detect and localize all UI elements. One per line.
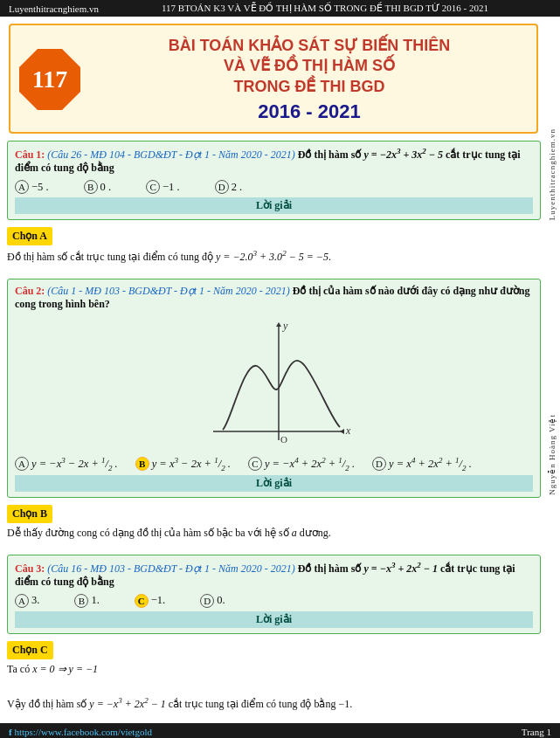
top-bar: Luyenthitracnghiem.vn 117 BTOÁN K3 VÀ VẼ…	[0, 0, 560, 17]
option-1C: C −1 .	[146, 180, 180, 194]
opt-val-2C: y = −x4 + 2x2 + 1/2 .	[265, 456, 355, 472]
solution-block-3: Chọn C Ta có x = 0 ⇒ y = −1 Vậy đồ thị h…	[0, 638, 560, 717]
option-2C: C y = −x4 + 2x2 + 1/2 .	[248, 456, 355, 472]
question-header-2: Câu 2: (Câu 1 - MĐ 103 - BGD&ĐT - Đợt 1 …	[15, 285, 533, 311]
svg-marker-3	[276, 322, 281, 327]
graph-svg: x y O	[196, 318, 353, 449]
question-block-1: Câu 1: (Câu 26 - MĐ 104 - BGD&ĐT - Đợt 1…	[7, 141, 541, 220]
opt-label-2D: D	[372, 457, 386, 471]
sidebar-right-1: Luyenthitracnghiem.vn	[544, 87, 560, 262]
loi-giai-bar-1: Lời giải	[15, 197, 533, 214]
q-num-3: Câu 3:	[15, 562, 45, 575]
opt-val-3A: 3.	[31, 594, 39, 607]
sidebar-text-2: Nguyễn Hoàng Việt	[548, 414, 557, 495]
option-3A: A 3.	[15, 594, 39, 608]
opt-label-3B: B	[74, 594, 88, 608]
q-source-2: (Câu 1 - MĐ 103 - BGD&ĐT - Đợt 1 - Năm 2…	[47, 285, 289, 297]
option-3D: D 0.	[200, 594, 225, 608]
opt-label-3C: C	[135, 594, 149, 608]
q-num-2: Câu 2:	[15, 285, 45, 297]
option-1D: D 2 .	[215, 180, 243, 194]
option-2A: A y = −x3 − 2x + 1/2 .	[15, 456, 118, 472]
option-2D: D y = x4 + 2x2 + 1/2 .	[372, 456, 472, 472]
fb-link[interactable]: f https://www.facebook.com/vietgold	[9, 727, 152, 737]
opt-val-1D: 2 .	[232, 181, 243, 194]
opt-label-1A: A	[15, 180, 29, 194]
solution-text-3b: Vậy đồ thị hàm số y = −x3 + 2x2 − 1 cắt …	[7, 698, 352, 710]
svg-text:O: O	[280, 434, 287, 445]
opt-val-2A: y = −x3 − 2x + 1/2 .	[31, 456, 118, 472]
footer-bar: f https://www.facebook.com/vietgold Tran…	[0, 723, 560, 738]
sidebar-text-1: Luyenthitracnghiem.vn	[548, 128, 557, 220]
graph-container: x y O	[15, 318, 533, 449]
solution-block-1: Chọn A Đồ thị hàm số cắt trục tung tại đ…	[0, 224, 560, 269]
question-block-2: Câu 2: (Câu 1 - MĐ 103 - BGD&ĐT - Đợt 1 …	[7, 279, 541, 499]
opt-label-2C: C	[248, 457, 262, 471]
q-num-1: Câu 1:	[15, 148, 45, 161]
opt-label-2B: B	[135, 457, 149, 471]
q-source-3: (Câu 16 - MĐ 103 - BGD&ĐT - Đợt 1 - Năm …	[47, 562, 294, 575]
site-name: Luyenthitracnghiem.vn	[9, 3, 99, 14]
svg-text:y: y	[282, 320, 288, 332]
options-row-1: A −5 . B 0 . C −1 . D 2 .	[15, 180, 533, 194]
opt-label-2A: A	[15, 457, 29, 471]
hero-title-line1: BÀI TOÁN KHẢO SÁT SỰ BIẾN THIÊN VÀ VẼ ĐỒ…	[91, 36, 528, 97]
svg-text:x: x	[345, 424, 351, 437]
option-1B: B 0 .	[84, 180, 112, 194]
book-title: 117 BTOÁN K3 VÀ VẼ ĐỒ THỊ HÀM SỐ TRONG Đ…	[99, 3, 551, 14]
solution-text-1: Đồ thị hàm số cắt trục tung tại điểm có …	[7, 251, 331, 263]
options-row-2: A y = −x3 − 2x + 1/2 . B y = x3 − 2x + 1…	[15, 456, 533, 472]
question-block-3: Câu 3: (Câu 16 - MĐ 103 - BGD&ĐT - Đợt 1…	[7, 555, 541, 634]
chon-label-1: Chọn A	[7, 227, 52, 245]
opt-val-3C: −1.	[151, 594, 165, 607]
option-1A: A −5 .	[15, 180, 49, 194]
solution-text-3a: Ta có x = 0 ⇒ y = −1	[7, 663, 98, 675]
hero-text: BÀI TOÁN KHẢO SÁT SỰ BIẾN THIÊN VÀ VẼ ĐỒ…	[91, 36, 528, 123]
solution-text-2: Dễ thấy đường cong có dạng đồ thị của hà…	[7, 527, 331, 539]
question-header-1: Câu 1: (Câu 26 - MĐ 104 - BGD&ĐT - Đợt 1…	[15, 147, 533, 175]
q-source-1: (Câu 26 - MĐ 104 - BGD&ĐT - Đợt 1 - Năm …	[47, 148, 294, 161]
chon-label-2: Chọn B	[7, 505, 52, 523]
opt-val-1A: −5 .	[31, 181, 49, 194]
opt-val-2B: y = x3 − 2x + 1/2 .	[152, 456, 231, 472]
loi-giai-bar-2: Lời giải	[15, 475, 533, 492]
opt-val-2D: y = x4 + 2x2 + 1/2 .	[389, 456, 472, 472]
options-row-3: A 3. B 1. C −1. D 0.	[15, 594, 533, 608]
solution-block-2: Chọn B Dễ thấy đường cong có dạng đồ thị…	[0, 501, 560, 545]
hero-badge: 117	[19, 49, 80, 110]
option-3B: B 1.	[74, 594, 99, 608]
opt-val-3D: 0.	[217, 594, 225, 607]
question-header-3: Câu 3: (Câu 16 - MĐ 103 - BGD&ĐT - Đợt 1…	[15, 561, 533, 589]
opt-label-3A: A	[15, 594, 29, 608]
fb-icon: f	[9, 727, 12, 737]
svg-marker-2	[340, 429, 344, 434]
hero-section: 117 BÀI TOÁN KHẢO SÁT SỰ BIẾN THIÊN VÀ V…	[9, 24, 538, 134]
page-number: Trang 1	[522, 727, 551, 737]
fb-url: https://www.facebook.com/vietgold	[14, 727, 152, 737]
option-2B: B y = x3 − 2x + 1/2 .	[135, 456, 231, 472]
opt-label-1D: D	[215, 180, 229, 194]
opt-val-3B: 1.	[91, 594, 99, 607]
loi-giai-bar-3: Lời giải	[15, 611, 533, 628]
option-3C: C −1.	[135, 594, 165, 608]
sidebar-right-2: Nguyễn Hoàng Việt	[544, 367, 560, 541]
hero-year: 2016 - 2021	[91, 100, 528, 123]
opt-val-1C: −1 .	[162, 181, 180, 194]
opt-val-1B: 0 .	[100, 181, 112, 194]
opt-label-1B: B	[84, 180, 98, 194]
opt-label-3D: D	[200, 594, 214, 608]
chon-label-3: Chọn C	[7, 641, 53, 659]
opt-label-1C: C	[146, 180, 160, 194]
